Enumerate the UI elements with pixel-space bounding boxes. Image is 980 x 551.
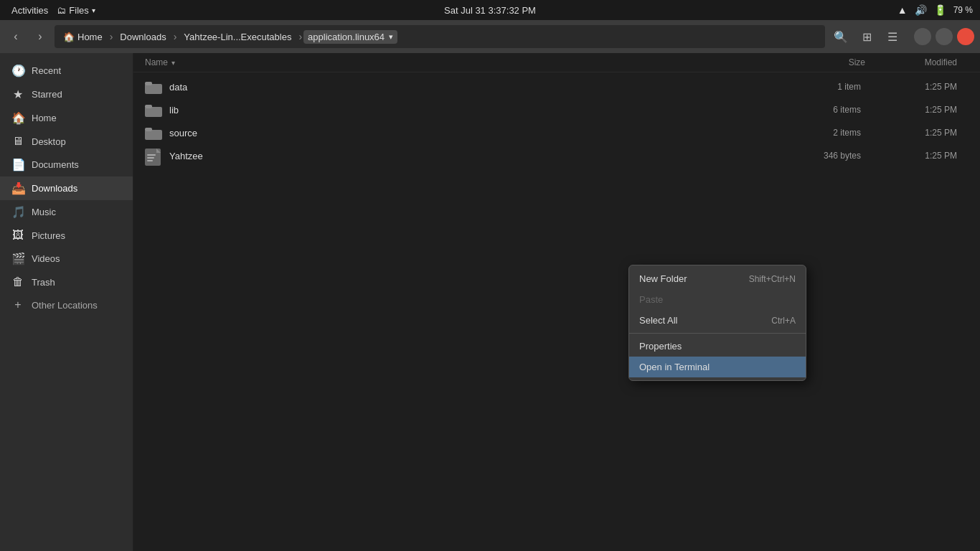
sound-icon: 🔊: [915, 4, 927, 16]
context-menu-open-terminal[interactable]: Open in Terminal: [629, 357, 806, 377]
file-name-data: data: [169, 82, 768, 93]
sidebar-item-other-locations[interactable]: + Other Locations: [0, 293, 133, 316]
sidebar-item-downloads[interactable]: 📥 Downloads: [0, 176, 133, 200]
minimize-button[interactable]: —: [914, 28, 931, 45]
sidebar-label-other-locations: Other Locations: [32, 300, 98, 311]
context-menu-select-all-shortcut: Ctrl+A: [771, 316, 796, 326]
music-icon: 🎵: [11, 205, 24, 219]
back-button[interactable]: ‹: [6, 27, 26, 47]
svg-rect-2: [145, 107, 162, 117]
svg-rect-1: [145, 82, 152, 85]
context-menu-divider: [629, 333, 806, 334]
forward-button[interactable]: ›: [30, 27, 50, 47]
sidebar-item-videos[interactable]: 🎬 Videos: [0, 247, 133, 270]
close-button[interactable]: ✕: [957, 28, 974, 45]
desktop-icon: 🖥: [11, 135, 24, 148]
context-menu-paste: Paste: [629, 289, 806, 310]
files-icon: 🗂: [57, 5, 66, 16]
file-row-yahtzee[interactable]: Yahtzee 346 bytes 1:25 PM: [133, 144, 980, 167]
files-label: Files: [69, 5, 88, 16]
view-button[interactable]: ⊞: [855, 27, 878, 47]
sidebar-label-home: Home: [32, 113, 57, 123]
svg-rect-5: [145, 128, 152, 131]
starred-icon: ★: [11, 88, 24, 101]
folder-icon-data: [145, 80, 162, 94]
more-button[interactable]: ☰: [881, 27, 904, 47]
context-menu-new-folder-shortcut: Shift+Ctrl+N: [749, 274, 796, 284]
breadcrumb-bar: 🏠 Home › Downloads › Yahtzee-Lin...Execu…: [55, 25, 825, 48]
file-row-source[interactable]: source 2 items 1:25 PM: [133, 121, 980, 144]
context-menu-select-all[interactable]: Select All Ctrl+A: [629, 310, 806, 331]
files-dropdown-icon: ▾: [92, 6, 95, 14]
breadcrumb-linux64[interactable]: application.linux64 ▾: [303, 30, 397, 44]
file-name-source: source: [169, 128, 768, 138]
file-row-lib[interactable]: lib 6 items 1:25 PM: [133, 98, 980, 121]
sidebar-label-desktop: Desktop: [32, 136, 66, 147]
topbar-datetime: Sat Jul 31 3:37:32 PM: [444, 5, 536, 16]
context-menu-open-terminal-label: Open in Terminal: [639, 362, 710, 372]
maximize-button[interactable]: □: [936, 28, 953, 45]
titlebar: ‹ › 🏠 Home › Downloads › Yahtzee-Lin...E…: [0, 20, 980, 53]
search-button[interactable]: 🔍: [829, 27, 852, 47]
sidebar-item-pictures[interactable]: 🖼 Pictures: [0, 224, 133, 247]
activities-button[interactable]: Activities: [7, 4, 52, 17]
breadcrumb-linux64-label: application.linux64: [308, 32, 385, 42]
files-menu[interactable]: 🗂 Files ▾: [57, 5, 95, 16]
sidebar-item-desktop[interactable]: 🖥 Desktop: [0, 130, 133, 153]
sidebar-item-recent[interactable]: 🕐 Recent: [0, 59, 133, 83]
pictures-icon: 🖼: [11, 229, 24, 242]
sidebar-item-documents[interactable]: 📄 Documents: [0, 153, 133, 176]
titlebar-actions: 🔍 ⊞ ☰: [829, 27, 904, 47]
context-menu-paste-label: Paste: [639, 294, 663, 305]
battery-icon: 🔋: [934, 4, 946, 16]
topbar-right: ▲ 🔊 🔋 79 %: [897, 4, 973, 16]
documents-icon: 📄: [11, 158, 24, 171]
file-size-data: 1 item: [775, 82, 861, 92]
file-name-yahtzee: Yahtzee: [169, 151, 768, 161]
sidebar-label-downloads: Downloads: [32, 183, 77, 194]
sidebar-item-home[interactable]: 🏠 Home: [0, 106, 133, 130]
column-name-label: Name: [145, 57, 168, 67]
context-menu-new-folder[interactable]: New Folder Shift+Ctrl+N: [629, 268, 806, 289]
breadcrumb-downloads-label: Downloads: [120, 32, 166, 42]
context-menu-properties[interactable]: Properties: [629, 336, 806, 357]
topbar-left: Activities 🗂 Files ▾: [7, 4, 95, 17]
column-modified[interactable]: Modified: [868, 57, 969, 67]
file-size-source: 2 items: [775, 128, 861, 138]
context-menu-select-all-label: Select All: [639, 315, 677, 326]
file-row-data[interactable]: data 1 item 1:25 PM: [133, 75, 980, 98]
svg-rect-8: [147, 154, 156, 156]
home-icon: 🏠: [63, 32, 75, 42]
svg-rect-10: [147, 160, 153, 161]
column-name[interactable]: Name ▾: [145, 57, 776, 67]
recent-icon: 🕐: [11, 64, 24, 77]
breadcrumb-dropdown-icon: ▾: [389, 32, 393, 42]
sort-icon: ▾: [171, 59, 175, 67]
file-list: data 1 item 1:25 PM lib 6 items 1:25 PM: [133, 72, 980, 551]
file-modified-lib: 1:25 PM: [868, 105, 969, 115]
breadcrumb-sep-3: ›: [298, 31, 302, 42]
breadcrumb-sep-1: ›: [110, 31, 113, 42]
breadcrumb-executables-label: Yahtzee-Lin...Executables: [184, 32, 291, 42]
sidebar-label-starred: Starred: [32, 89, 62, 100]
column-size[interactable]: Size: [779, 57, 865, 67]
sidebar-label-music: Music: [32, 207, 56, 217]
context-menu: New Folder Shift+Ctrl+N Paste Select All…: [628, 265, 806, 381]
main-content: 🕐 Recent ★ Starred 🏠 Home 🖥 Desktop 📄 Do…: [0, 53, 980, 551]
file-name-lib: lib: [169, 105, 768, 116]
trash-icon: 🗑: [11, 276, 24, 288]
sidebar-item-trash[interactable]: 🗑 Trash: [0, 270, 133, 293]
svg-rect-0: [145, 84, 162, 94]
sidebar-label-recent: Recent: [32, 65, 61, 76]
breadcrumb-sep-2: ›: [174, 31, 177, 42]
svg-rect-9: [147, 157, 154, 159]
breadcrumb-executables[interactable]: Yahtzee-Lin...Executables: [178, 30, 297, 44]
file-area[interactable]: Name ▾ Size Modified data 1: [133, 53, 980, 551]
folder-icon-source: [145, 126, 162, 140]
folder-icon-lib: [145, 103, 162, 117]
breadcrumb-downloads[interactable]: Downloads: [114, 30, 171, 44]
sidebar-item-music[interactable]: 🎵 Music: [0, 200, 133, 224]
breadcrumb-home[interactable]: 🏠 Home: [57, 30, 108, 44]
file-header: Name ▾ Size Modified: [133, 53, 980, 72]
sidebar-item-starred[interactable]: ★ Starred: [0, 83, 133, 106]
